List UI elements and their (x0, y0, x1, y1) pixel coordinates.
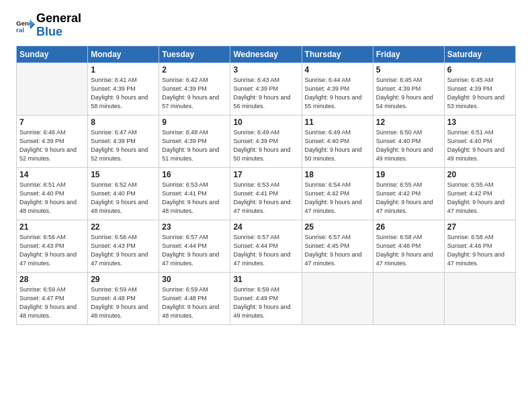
day-cell: 17Sunrise: 6:53 AMSunset: 4:41 PMDayligh… (230, 167, 302, 220)
col-header-monday: Monday (88, 46, 159, 62)
col-header-sunday: Sunday (17, 46, 88, 62)
day-cell: 7Sunrise: 6:46 AMSunset: 4:39 PMDaylight… (17, 115, 88, 167)
logo-text: General Blue (36, 12, 81, 39)
day-cell: 8Sunrise: 6:47 AMSunset: 4:39 PMDaylight… (88, 115, 159, 167)
day-cell (444, 272, 515, 324)
day-cell: 3Sunrise: 6:43 AMSunset: 4:39 PMDaylight… (230, 62, 302, 115)
day-info: Sunrise: 6:57 AMSunset: 4:44 PMDaylight:… (233, 233, 298, 268)
day-number: 17 (233, 170, 298, 179)
day-info: Sunrise: 6:43 AMSunset: 4:39 PMDaylight:… (233, 76, 298, 111)
day-number: 5 (376, 65, 441, 75)
col-header-tuesday: Tuesday (159, 46, 230, 62)
page: Gene ral General Blue SundayMondayTuesda… (0, 0, 532, 411)
day-cell: 22Sunrise: 6:56 AMSunset: 4:43 PMDayligh… (88, 220, 159, 272)
day-info: Sunrise: 6:58 AMSunset: 4:46 PMDaylight:… (447, 233, 513, 268)
col-header-wednesday: Wednesday (230, 46, 302, 62)
day-cell: 23Sunrise: 6:57 AMSunset: 4:44 PMDayligh… (159, 220, 230, 272)
day-number: 27 (447, 222, 513, 232)
day-cell: 20Sunrise: 6:55 AMSunset: 4:42 PMDayligh… (444, 167, 515, 220)
day-info: Sunrise: 6:44 AMSunset: 4:39 PMDaylight:… (305, 76, 370, 111)
day-info: Sunrise: 6:47 AMSunset: 4:39 PMDaylight:… (91, 128, 156, 163)
day-number: 22 (91, 222, 156, 232)
day-info: Sunrise: 6:46 AMSunset: 4:39 PMDaylight:… (19, 128, 85, 163)
week-row-1: 1Sunrise: 6:41 AMSunset: 4:39 PMDaylight… (17, 62, 516, 115)
calendar-table: SundayMondayTuesdayWednesdayThursdayFrid… (16, 46, 516, 325)
day-number: 14 (19, 170, 85, 179)
day-number: 7 (19, 118, 85, 127)
svg-text:ral: ral (16, 26, 24, 34)
day-cell: 18Sunrise: 6:54 AMSunset: 4:42 PMDayligh… (302, 167, 373, 220)
day-number: 30 (162, 275, 227, 284)
day-cell: 10Sunrise: 6:49 AMSunset: 4:39 PMDayligh… (230, 115, 302, 167)
day-info: Sunrise: 6:59 AMSunset: 4:47 PMDaylight:… (19, 285, 85, 320)
week-row-3: 14Sunrise: 6:51 AMSunset: 4:40 PMDayligh… (17, 167, 516, 220)
day-number: 19 (376, 170, 441, 179)
day-cell: 12Sunrise: 6:50 AMSunset: 4:40 PMDayligh… (373, 115, 444, 167)
day-info: Sunrise: 6:41 AMSunset: 4:39 PMDaylight:… (91, 76, 156, 111)
day-number: 10 (233, 118, 298, 127)
day-number: 6 (447, 65, 513, 75)
general-blue-icon: Gene ral (16, 16, 35, 35)
day-number: 23 (162, 222, 227, 232)
day-info: Sunrise: 6:45 AMSunset: 4:39 PMDaylight:… (376, 76, 441, 111)
day-info: Sunrise: 6:57 AMSunset: 4:44 PMDaylight:… (162, 233, 227, 268)
day-number: 15 (91, 170, 156, 179)
day-info: Sunrise: 6:52 AMSunset: 4:40 PMDaylight:… (91, 181, 156, 216)
col-header-thursday: Thursday (302, 46, 373, 62)
day-info: Sunrise: 6:54 AMSunset: 4:42 PMDaylight:… (305, 181, 370, 216)
day-cell: 6Sunrise: 6:45 AMSunset: 4:39 PMDaylight… (444, 62, 515, 115)
day-info: Sunrise: 6:49 AMSunset: 4:39 PMDaylight:… (233, 128, 298, 163)
week-row-2: 7Sunrise: 6:46 AMSunset: 4:39 PMDaylight… (17, 115, 516, 167)
day-number: 28 (19, 275, 85, 284)
day-number: 16 (162, 170, 227, 179)
day-info: Sunrise: 6:55 AMSunset: 4:42 PMDaylight:… (447, 181, 513, 216)
day-number: 8 (91, 118, 156, 127)
day-cell: 5Sunrise: 6:45 AMSunset: 4:39 PMDaylight… (373, 62, 444, 115)
day-info: Sunrise: 6:51 AMSunset: 4:40 PMDaylight:… (19, 181, 85, 216)
logo-general: General (36, 11, 81, 25)
col-header-friday: Friday (373, 46, 444, 62)
day-info: Sunrise: 6:59 AMSunset: 4:49 PMDaylight:… (233, 285, 298, 320)
day-number: 2 (162, 65, 227, 75)
day-number: 31 (233, 275, 298, 284)
day-number: 11 (305, 118, 370, 127)
day-info: Sunrise: 6:53 AMSunset: 4:41 PMDaylight:… (233, 181, 298, 216)
day-number: 21 (19, 222, 85, 232)
day-number: 20 (447, 170, 513, 179)
day-cell: 29Sunrise: 6:59 AMSunset: 4:48 PMDayligh… (88, 272, 159, 324)
day-number: 13 (447, 118, 513, 127)
day-info: Sunrise: 6:48 AMSunset: 4:39 PMDaylight:… (162, 128, 227, 163)
day-number: 4 (305, 65, 370, 75)
day-cell: 31Sunrise: 6:59 AMSunset: 4:49 PMDayligh… (230, 272, 302, 324)
day-number: 9 (162, 118, 227, 127)
day-info: Sunrise: 6:50 AMSunset: 4:40 PMDaylight:… (376, 128, 441, 163)
day-cell: 13Sunrise: 6:51 AMSunset: 4:40 PMDayligh… (444, 115, 515, 167)
day-cell: 11Sunrise: 6:49 AMSunset: 4:40 PMDayligh… (302, 115, 373, 167)
day-info: Sunrise: 6:49 AMSunset: 4:40 PMDaylight:… (305, 128, 370, 163)
day-cell: 19Sunrise: 6:55 AMSunset: 4:42 PMDayligh… (373, 167, 444, 220)
day-number: 12 (376, 118, 441, 127)
day-cell: 26Sunrise: 6:58 AMSunset: 4:46 PMDayligh… (373, 220, 444, 272)
day-cell: 15Sunrise: 6:52 AMSunset: 4:40 PMDayligh… (88, 167, 159, 220)
day-info: Sunrise: 6:51 AMSunset: 4:40 PMDaylight:… (447, 128, 513, 163)
day-cell: 16Sunrise: 6:53 AMSunset: 4:41 PMDayligh… (159, 167, 230, 220)
logo: Gene ral General Blue (16, 12, 81, 39)
day-cell: 2Sunrise: 6:42 AMSunset: 4:39 PMDaylight… (159, 62, 230, 115)
day-cell: 14Sunrise: 6:51 AMSunset: 4:40 PMDayligh… (17, 167, 88, 220)
day-cell (373, 272, 444, 324)
day-cell (302, 272, 373, 324)
day-number: 1 (91, 65, 156, 75)
day-cell: 1Sunrise: 6:41 AMSunset: 4:39 PMDaylight… (88, 62, 159, 115)
col-header-saturday: Saturday (444, 46, 515, 62)
day-number: 26 (376, 222, 441, 232)
day-cell: 28Sunrise: 6:59 AMSunset: 4:47 PMDayligh… (17, 272, 88, 324)
day-cell: 4Sunrise: 6:44 AMSunset: 4:39 PMDaylight… (302, 62, 373, 115)
day-info: Sunrise: 6:53 AMSunset: 4:41 PMDaylight:… (162, 181, 227, 216)
day-info: Sunrise: 6:58 AMSunset: 4:46 PMDaylight:… (376, 233, 441, 268)
day-number: 24 (233, 222, 298, 232)
day-cell: 27Sunrise: 6:58 AMSunset: 4:46 PMDayligh… (444, 220, 515, 272)
header: Gene ral General Blue (16, 12, 516, 39)
day-info: Sunrise: 6:56 AMSunset: 4:43 PMDaylight:… (19, 233, 85, 268)
day-info: Sunrise: 6:55 AMSunset: 4:42 PMDaylight:… (376, 181, 441, 216)
day-info: Sunrise: 6:56 AMSunset: 4:43 PMDaylight:… (91, 233, 156, 268)
